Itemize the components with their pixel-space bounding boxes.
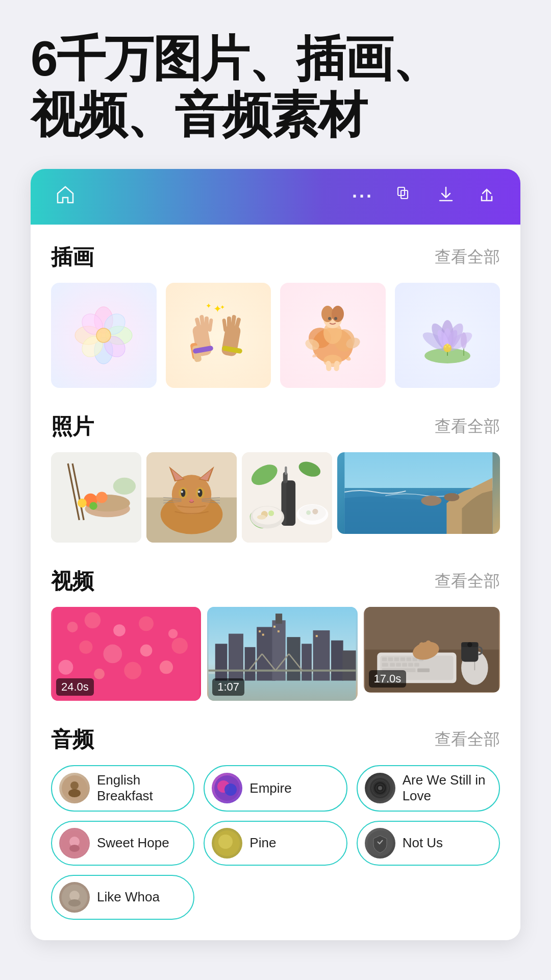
svg-rect-157 bbox=[406, 657, 411, 661]
svg-rect-148 bbox=[316, 635, 318, 638]
audio-label-like-whoa: Like Whoa bbox=[97, 889, 160, 905]
audio-viewall[interactable]: 查看全部 bbox=[435, 728, 500, 751]
app-header: ··· bbox=[31, 169, 520, 225]
audio-pill-like-whoa[interactable]: Like Whoa bbox=[51, 875, 194, 920]
video-pink-drops[interactable]: 24.0s bbox=[51, 607, 201, 701]
audio-pill-not-us[interactable]: Not Us bbox=[357, 821, 500, 866]
audio-thumb-sweet-hope bbox=[59, 828, 90, 859]
svg-rect-165 bbox=[414, 663, 419, 667]
svg-rect-162 bbox=[396, 663, 401, 667]
svg-rect-146 bbox=[273, 626, 276, 628]
audio-pill-sweet-hope[interactable]: Sweet Hope bbox=[51, 821, 194, 866]
svg-point-190 bbox=[69, 845, 80, 852]
svg-point-192 bbox=[218, 835, 233, 849]
app-body: 插画 查看全部 bbox=[31, 225, 520, 940]
svg-point-106 bbox=[312, 509, 318, 514]
svg-rect-145 bbox=[262, 634, 264, 636]
svg-point-81 bbox=[198, 489, 203, 497]
photos-section-header: 照片 查看全部 bbox=[51, 412, 500, 441]
photo-cat[interactable] bbox=[146, 452, 237, 543]
audio-label-empire: Empire bbox=[249, 780, 291, 796]
svg-rect-129 bbox=[229, 634, 243, 681]
svg-rect-167 bbox=[417, 669, 430, 672]
svg-point-114 bbox=[85, 612, 101, 629]
svg-point-107 bbox=[306, 510, 311, 515]
audio-title: 音频 bbox=[51, 725, 94, 754]
svg-point-10 bbox=[96, 328, 111, 342]
svg-rect-156 bbox=[400, 657, 405, 661]
svg-point-125 bbox=[160, 660, 173, 674]
svg-rect-128 bbox=[215, 644, 228, 681]
svg-point-105 bbox=[299, 505, 326, 521]
photos-viewall[interactable]: 查看全部 bbox=[435, 415, 500, 438]
illus-fairy-girl[interactable] bbox=[280, 283, 386, 388]
hero-text: 6千万图片、插画、 视频、音频素材 bbox=[0, 0, 551, 164]
svg-point-120 bbox=[140, 645, 153, 657]
photo-skincare[interactable] bbox=[242, 452, 332, 543]
svg-rect-98 bbox=[285, 467, 287, 475]
home-icon[interactable] bbox=[55, 184, 76, 209]
illus-clapping-hands[interactable]: ✦ ✦ ✦ bbox=[166, 283, 271, 388]
svg-point-118 bbox=[79, 641, 92, 654]
audio-pill-are-we-still-in-love[interactable]: Are We Still in Love bbox=[357, 765, 500, 811]
svg-rect-175 bbox=[425, 641, 431, 654]
svg-rect-147 bbox=[278, 630, 280, 632]
svg-point-122 bbox=[58, 660, 73, 675]
svg-point-121 bbox=[171, 638, 188, 654]
svg-point-123 bbox=[94, 669, 105, 679]
audio-thumb-not-us bbox=[365, 828, 395, 859]
svg-point-172 bbox=[467, 643, 472, 648]
svg-rect-144 bbox=[259, 630, 261, 632]
svg-point-119 bbox=[103, 645, 122, 664]
audio-pill-english-breakfast[interactable]: English Breakfast bbox=[51, 765, 194, 811]
share-icon[interactable] bbox=[478, 185, 496, 208]
video-duration-2: 1:07 bbox=[212, 678, 244, 696]
svg-point-181 bbox=[224, 783, 237, 796]
layers-icon[interactable] bbox=[396, 185, 414, 208]
svg-point-197 bbox=[68, 899, 81, 906]
video-desk[interactable]: 17.0s bbox=[364, 607, 500, 692]
svg-point-55 bbox=[444, 346, 446, 348]
photo-sea[interactable] bbox=[337, 452, 500, 534]
audio-label-sweet-hope: Sweet Hope bbox=[97, 835, 169, 851]
svg-point-37 bbox=[332, 306, 344, 322]
svg-point-82 bbox=[181, 491, 183, 493]
svg-point-66 bbox=[96, 492, 108, 503]
svg-rect-153 bbox=[382, 657, 387, 661]
svg-point-111 bbox=[444, 493, 460, 501]
more-icon[interactable]: ··· bbox=[352, 186, 373, 207]
svg-rect-136 bbox=[313, 630, 330, 681]
hero-line1: 6千万图片、插画、 bbox=[31, 31, 440, 86]
videos-section-header: 视频 查看全部 bbox=[51, 567, 500, 596]
svg-rect-137 bbox=[331, 641, 343, 681]
audio-label-english-breakfast: English Breakfast bbox=[97, 772, 183, 804]
svg-rect-22 bbox=[222, 318, 228, 332]
svg-rect-132 bbox=[272, 621, 286, 681]
illustrations-row: ✦ ✦ ✦ bbox=[51, 283, 500, 388]
illus-lotus[interactable] bbox=[395, 283, 500, 388]
photos-row bbox=[51, 452, 500, 543]
audio-thumb-like-whoa bbox=[59, 882, 90, 913]
svg-rect-155 bbox=[394, 657, 399, 661]
svg-point-102 bbox=[268, 510, 274, 516]
svg-text:✦: ✦ bbox=[220, 304, 225, 311]
svg-rect-164 bbox=[408, 663, 413, 667]
audio-pill-empire[interactable]: Empire bbox=[204, 765, 347, 811]
video-duration-1: 24.0s bbox=[56, 678, 94, 696]
audio-pill-pine[interactable]: Pine bbox=[204, 821, 347, 866]
svg-rect-161 bbox=[390, 663, 395, 667]
video-duration-3: 17.0s bbox=[369, 670, 407, 688]
svg-point-38 bbox=[328, 317, 331, 320]
svg-point-117 bbox=[168, 629, 178, 639]
video-city[interactable]: 1:07 bbox=[207, 607, 357, 701]
svg-point-69 bbox=[113, 478, 136, 495]
download-icon[interactable] bbox=[437, 185, 455, 208]
audio-thumb-pine bbox=[212, 828, 242, 859]
videos-viewall[interactable]: 查看全部 bbox=[435, 570, 500, 593]
illus-bubble-flower[interactable] bbox=[51, 283, 157, 388]
svg-point-103 bbox=[257, 515, 266, 520]
svg-point-178 bbox=[68, 789, 81, 797]
photo-food[interactable] bbox=[51, 452, 141, 543]
svg-point-80 bbox=[181, 489, 186, 497]
illustrations-viewall[interactable]: 查看全部 bbox=[435, 246, 500, 268]
